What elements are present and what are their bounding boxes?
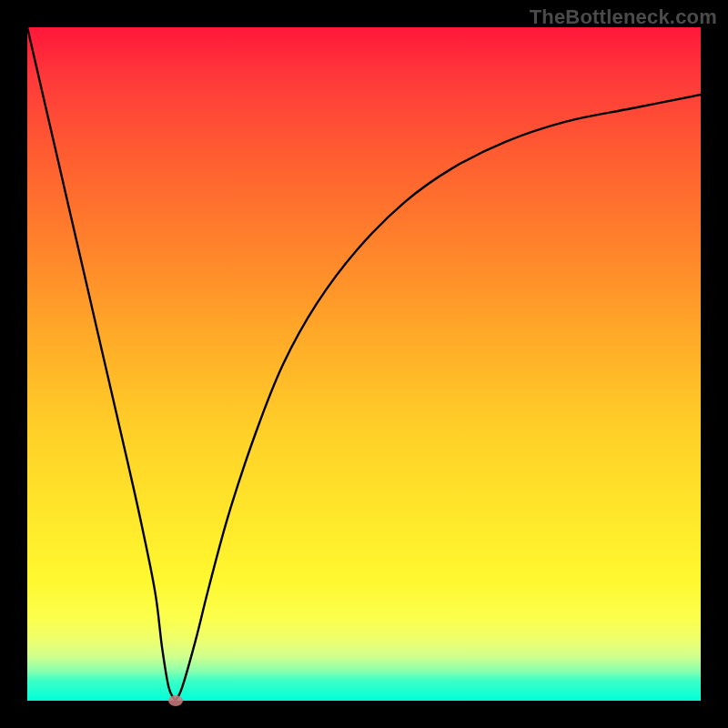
optimum-marker [168,695,183,706]
bottleneck-curve [27,27,701,701]
curve-path [27,27,701,701]
plot-area [27,27,701,701]
chart-frame: TheBottleneck.com [0,0,728,728]
watermark-label: TheBottleneck.com [530,5,717,29]
